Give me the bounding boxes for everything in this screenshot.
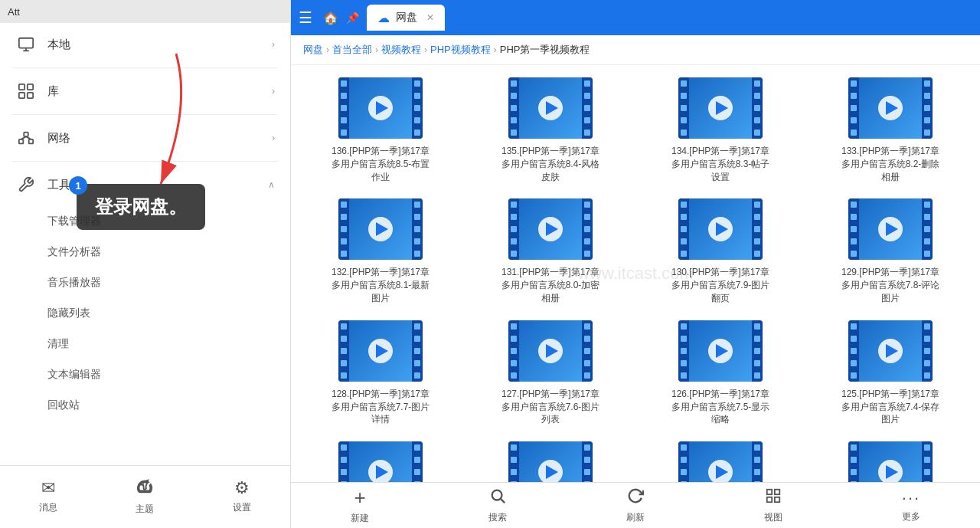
bottom-settings[interactable]: ⚙ 设置 <box>194 472 290 522</box>
svg-rect-4 <box>28 84 33 90</box>
tab-close-icon[interactable]: ✕ <box>426 12 434 23</box>
refresh-icon <box>627 487 644 509</box>
play-button[interactable] <box>368 339 393 363</box>
tools-arrow: ∧ <box>268 179 275 190</box>
svg-rect-0 <box>19 38 33 48</box>
new-label: 新建 <box>351 512 369 525</box>
film-hole <box>414 360 420 366</box>
search-label: 搜索 <box>488 511 507 524</box>
film-hole <box>851 202 857 208</box>
file-item-f123[interactable]: 123.[PHP第一季]第17章多用户留言系统7.2-上传图片 <box>473 441 628 482</box>
file-item-f136[interactable]: 136.[PHP第一季]第17章多用户留言系统8.5-布置作业 <box>303 77 458 183</box>
search-icon <box>489 487 506 509</box>
submenu-text-editor[interactable]: 文本编辑器 <box>47 359 290 390</box>
play-triangle <box>716 465 728 479</box>
toolbar-refresh[interactable]: 刷新 <box>612 487 658 524</box>
breadcrumb-level1[interactable]: 首当全部 <box>332 43 372 57</box>
play-button[interactable] <box>878 217 903 241</box>
play-button[interactable] <box>368 96 393 120</box>
film-strip-right <box>582 198 593 260</box>
film-hole <box>681 372 687 379</box>
film-strip-left <box>678 320 689 382</box>
pin-icon[interactable]: 📌 <box>346 11 359 24</box>
submenu-clean[interactable]: 清理 <box>47 329 290 359</box>
film-hole <box>924 457 930 463</box>
film-hole <box>924 226 930 232</box>
file-name-f129: 129.[PHP第一季]第17章多用户留言系统7.8-评论图片 <box>841 266 940 304</box>
play-button[interactable] <box>878 96 903 120</box>
toolbar-new[interactable]: + 新建 <box>337 486 383 525</box>
svg-rect-15 <box>767 489 772 494</box>
toolbar-more[interactable]: ··· 更多 <box>888 488 934 523</box>
film-hole <box>924 80 930 87</box>
film-strip-left <box>678 198 689 260</box>
file-item-f129[interactable]: 129.[PHP第一季]第17章多用户留言系统7.8-评论图片 <box>813 198 968 304</box>
submenu-recycle-bin[interactable]: 回收站 <box>47 390 290 421</box>
film-hole <box>511 238 517 244</box>
play-button[interactable] <box>538 339 563 363</box>
menu-icon[interactable]: ☰ <box>299 8 312 27</box>
breadcrumb-level2[interactable]: 视频教程 <box>381 43 421 57</box>
breadcrumb-root[interactable]: 网盘 <box>303 43 323 57</box>
file-item-f127[interactable]: 127.[PHP第一季]第17章多用户留言系统7.6-图片列表 <box>473 320 628 426</box>
file-item-f132[interactable]: 132.[PHP第一季]第17章多用户留言系统8.1-最新图片 <box>303 198 458 304</box>
breadcrumb-sep-3: › <box>424 44 427 55</box>
film-strip-left <box>508 441 519 482</box>
file-item-f131[interactable]: 131.[PHP第一季]第17章多用户留言系统8.0-加密相册 <box>473 198 628 304</box>
tab-cloud-disk[interactable]: ☁ 网盘 ✕ <box>367 5 445 31</box>
play-button[interactable] <box>368 460 393 482</box>
file-thumb-f130 <box>678 198 763 260</box>
play-triangle <box>546 465 558 479</box>
bottom-theme[interactable]: 主题 <box>96 472 193 522</box>
sidebar-item-library[interactable]: 库 › <box>0 70 290 113</box>
file-item-f130[interactable]: 130.[PHP第一季]第17章多用户留言系统7.9-图片翻页 <box>643 198 798 304</box>
local-icon <box>15 34 37 55</box>
sidebar-item-local[interactable]: 本地 › <box>0 23 290 66</box>
play-button[interactable] <box>878 339 903 363</box>
play-button[interactable] <box>708 460 733 482</box>
file-item-f124[interactable]: 124.[PHP第一季]第17章多用户留言系统7.3-设置图片 <box>303 441 458 482</box>
svg-point-13 <box>492 490 502 500</box>
submenu-music-player[interactable]: 音乐播放器 <box>47 267 290 298</box>
play-button[interactable] <box>538 96 563 120</box>
file-thumb-f121 <box>848 441 933 482</box>
submenu-file-analyzer[interactable]: 文件分析器 <box>47 237 290 267</box>
play-button[interactable] <box>708 96 733 120</box>
toolbar-view[interactable]: 视图 <box>750 487 796 524</box>
settings-label: 设置 <box>233 501 251 514</box>
film-hole <box>414 117 420 123</box>
play-button[interactable] <box>708 217 733 241</box>
play-button[interactable] <box>538 217 563 241</box>
play-button[interactable] <box>368 217 393 241</box>
film-hole <box>754 372 760 379</box>
file-item-f126[interactable]: 126.[PHP第一季]第17章多用户留言系统7.5-显示缩略 <box>643 320 798 426</box>
file-item-f134[interactable]: 134.[PHP第一季]第17章多用户留言系统8.3-帖子设置 <box>643 77 798 183</box>
play-button[interactable] <box>538 460 563 482</box>
film-hole <box>511 444 517 451</box>
file-item-f135[interactable]: 135.[PHP第一季]第17章多用户留言系统8.4-风格皮肤 <box>473 77 628 183</box>
bottom-message[interactable]: ✉ 消息 <box>0 472 96 522</box>
play-button[interactable] <box>708 339 733 363</box>
film-hole <box>681 348 687 354</box>
toolbar-search[interactable]: 搜索 <box>475 487 521 524</box>
sidebar-item-network[interactable]: 网络 › <box>0 116 290 159</box>
film-hole <box>511 93 517 99</box>
home-icon[interactable]: 🏠 <box>323 11 338 25</box>
file-item-f125[interactable]: 125.[PHP第一季]第17章多用户留言系统7.4-保存图片 <box>813 320 968 426</box>
file-item-f121[interactable]: 121.[PHP第一季]第17章多用户留言系统7.0-目录显示 <box>813 441 968 482</box>
play-button[interactable] <box>878 460 903 482</box>
film-hole <box>924 214 930 220</box>
film-strip-left <box>338 77 349 139</box>
film-hole <box>924 251 930 257</box>
film-hole <box>681 214 687 220</box>
file-item-f128[interactable]: 128.[PHP第一季]第17章多用户留言系统7.7-图片详情 <box>303 320 458 426</box>
play-triangle <box>376 222 388 236</box>
submenu-hidden-list[interactable]: 隐藏列表 <box>47 298 290 329</box>
file-item-f122[interactable]: 122.[PHP第一季]第17章多用户留言系统7.1-修改目录 <box>643 441 798 482</box>
film-hole <box>851 214 857 220</box>
file-name-f130: 130.[PHP第一季]第17章多用户留言系统7.9-图片翻页 <box>671 266 770 304</box>
file-item-f133[interactable]: 133.[PHP第一季]第17章多用户留言系统8.2-删除相册 <box>813 77 968 183</box>
breadcrumb-level3[interactable]: PHP视频教程 <box>430 43 491 57</box>
film-hole <box>924 93 930 99</box>
tooltip-overlay: 1 登录网盘。 <box>77 184 205 230</box>
